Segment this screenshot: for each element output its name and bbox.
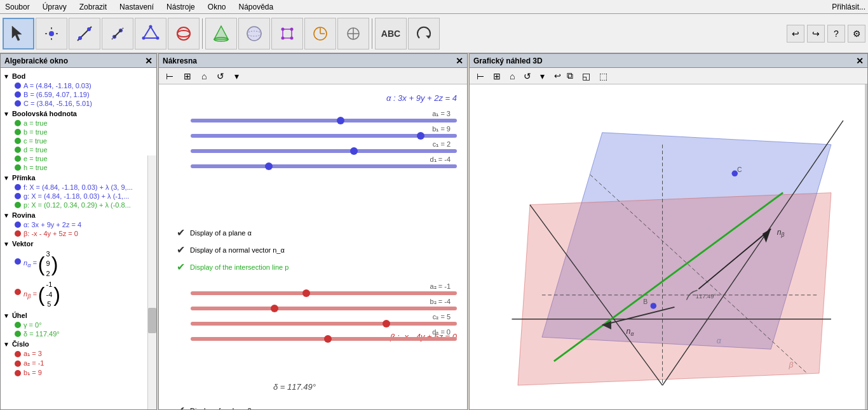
checkbox-normal-alpha-row[interactable]: ✔ Display of a normal vector n_α xyxy=(166,241,299,258)
menu-nastaveni[interactable]: Nastavení xyxy=(117,1,156,13)
rotate-tool-button[interactable] xyxy=(408,18,440,50)
slider-d1-thumb[interactable] xyxy=(265,162,273,170)
algebra-panel-close[interactable]: ✕ xyxy=(145,56,153,66)
slider-a2-track[interactable] xyxy=(191,291,457,295)
nakresna-panel-close[interactable]: ✕ xyxy=(456,56,463,66)
3d-view3-button[interactable]: ⬚ xyxy=(596,69,611,83)
checkbox-intersection-row[interactable]: ✔ Display of the intersection line p xyxy=(166,258,299,275)
3d-axes-button[interactable]: ⊢ xyxy=(473,69,487,83)
slider-b2-thumb[interactable] xyxy=(271,305,278,312)
slider-a1-track[interactable] xyxy=(191,119,457,122)
slider-c1-track[interactable] xyxy=(191,149,457,153)
3d-grid-button[interactable]: ⊞ xyxy=(490,69,504,83)
redo-button[interactable]: ↪ xyxy=(807,25,825,43)
3d-viewport[interactable]: nα nβ B C 117.49° α β xyxy=(470,84,867,409)
3d-dropdown-button[interactable]: ▾ xyxy=(537,69,548,83)
nakresna-refresh-button[interactable]: ↺ xyxy=(214,69,227,83)
rovina-arrow-icon: ▼ xyxy=(3,212,10,219)
slider-a1-row: a₁ = 3 xyxy=(191,119,457,122)
login-button[interactable]: Přihlásit... xyxy=(832,3,865,11)
menu-upravy[interactable]: Úpravy xyxy=(40,1,69,13)
3d-panel-title: Grafický náhled 3D xyxy=(473,56,543,65)
settings-button[interactable]: ⚙ xyxy=(848,25,865,43)
slider-c2-track[interactable] xyxy=(191,322,457,326)
3d-home-button[interactable]: ⌂ xyxy=(506,69,518,83)
checkbox-plane-beta: ✔ Display of a plane β ✔ Display of a no… xyxy=(166,402,295,409)
menu-napoveda[interactable]: Nápověda xyxy=(236,1,276,13)
menu-items: Soubor Úpravy Zobrazit Nastavení Nástroj… xyxy=(3,1,276,13)
polygon-tool-button[interactable] xyxy=(135,18,166,50)
point-tool-button[interactable] xyxy=(36,18,67,50)
3d-panel: Grafický náhled 3D ✕ ⊢ ⊞ ⌂ ↺ ▾ ↩ ⧉ ◱ ⬚ xyxy=(469,53,868,410)
checkbox-plane-beta-label: Display of a plane β xyxy=(190,407,252,410)
transform-tool-button[interactable] xyxy=(271,18,303,50)
slider-a2-thumb[interactable] xyxy=(302,289,310,297)
measure-tool-button[interactable] xyxy=(304,18,336,50)
menu-zobrazit[interactable]: Zobrazit xyxy=(77,1,109,13)
nakresna-grid-button[interactable]: ⊞ xyxy=(180,69,194,83)
checkbox-plane-beta-row[interactable]: ✔ Display of a plane β xyxy=(166,402,295,409)
vector-nbeta-val1: -1 xyxy=(46,280,53,289)
checkmark-plane-alpha-icon: ✔ xyxy=(177,227,185,239)
checkmark-plane-beta-icon: ✔ xyxy=(177,404,185,409)
line-g-label: g: X = (4.84, -1.18, 0.03) + λ (-1,... xyxy=(24,192,129,200)
section-bod-header[interactable]: ▼ Bod xyxy=(3,72,154,80)
checkbox-plane-alpha-row[interactable]: ✔ Display of a plane α xyxy=(166,224,299,241)
svg-point-1 xyxy=(49,31,54,36)
special2-tool-button[interactable] xyxy=(337,18,369,50)
list-item: α: 3x + 9y + 2z = 4 xyxy=(6,220,154,229)
section-uhel-header[interactable]: ▼ Úhel xyxy=(3,312,154,319)
nakresna-dropdown-button[interactable]: ▾ xyxy=(231,69,242,83)
svg-point-28 xyxy=(281,36,285,39)
nakresna-home-button[interactable]: ⌂ xyxy=(198,69,210,83)
undo-button[interactable]: ↩ xyxy=(787,25,804,43)
text-tool-button[interactable]: ABC xyxy=(375,18,407,50)
3d-panel-close[interactable]: ✕ xyxy=(856,56,864,66)
left-panel-scrollthumb[interactable] xyxy=(148,308,156,333)
menu-nastroje[interactable]: Nástroje xyxy=(164,1,198,13)
slider-d2-track[interactable] xyxy=(191,337,457,341)
vector-nbeta-item: nβ = ( -1 -4 5 ) xyxy=(6,279,154,310)
slider-a1-thumb[interactable] xyxy=(337,117,344,124)
svg-point-27 xyxy=(290,36,294,39)
section-rovina-header[interactable]: ▼ Rovina xyxy=(3,211,154,219)
point-C-label: C xyxy=(737,166,742,173)
section-cislo-header[interactable]: ▼ Číslo xyxy=(3,340,154,348)
line-tool-button[interactable] xyxy=(69,18,100,50)
cone-tool-button[interactable] xyxy=(205,18,237,50)
3d-refresh-button[interactable]: ↺ xyxy=(520,69,534,83)
list-item: b = true xyxy=(6,128,154,136)
slider-b2-track[interactable] xyxy=(191,307,457,310)
slider-c2-label: c₂ = 5 xyxy=(433,313,451,321)
checkmark-normal-alpha-icon: ✔ xyxy=(177,244,185,256)
slider-d1-track[interactable] xyxy=(191,164,457,168)
section-bool-header[interactable]: ▼ Boolovská hodnota xyxy=(3,110,154,117)
left-panel-scrollbar[interactable] xyxy=(147,155,156,409)
slider-b1-track[interactable] xyxy=(191,134,457,138)
list-item: C = (3.84, -5.16, 5.01) xyxy=(6,99,154,108)
slider-c2-thumb[interactable] xyxy=(383,320,390,327)
resize-handle[interactable] xyxy=(865,84,867,409)
slider-b1-thumb[interactable] xyxy=(417,132,424,140)
slider-d2-thumb[interactable] xyxy=(324,335,332,343)
vector-nalpha-wrap: nα = ( 3 9 2 ) xyxy=(24,249,58,279)
slider-c1-thumb[interactable] xyxy=(350,147,358,155)
slider-a2-label: a₂ = -1 xyxy=(430,282,451,291)
section-primka-header[interactable]: ▼ Přímka xyxy=(3,174,154,182)
3d-undo-button[interactable]: ↩ xyxy=(554,71,561,81)
slider-a2-row: a₂ = -1 xyxy=(191,291,457,295)
menu-okno[interactable]: Okno xyxy=(205,1,229,13)
nakresna-axes-button[interactable]: ⊢ xyxy=(163,69,177,83)
section-vektor-header[interactable]: ▼ Vektor xyxy=(3,240,154,248)
svg-point-19 xyxy=(177,27,190,40)
list-item: g: X = (4.84, -1.18, 0.03) + λ (-1,... xyxy=(6,192,154,201)
select-tool-button[interactable] xyxy=(3,18,34,50)
help-button[interactable]: ? xyxy=(827,25,845,43)
special-line-button[interactable] xyxy=(102,18,133,50)
3d-view-button[interactable]: ⧉ xyxy=(564,69,576,83)
sphere-tool-button[interactable] xyxy=(238,18,270,50)
vector-nalpha-item: nα = ( 3 9 2 ) xyxy=(6,249,154,279)
menu-soubor[interactable]: Soubor xyxy=(3,1,32,13)
circle-tool-button[interactable] xyxy=(168,18,200,50)
3d-view2-button[interactable]: ◱ xyxy=(579,69,593,83)
